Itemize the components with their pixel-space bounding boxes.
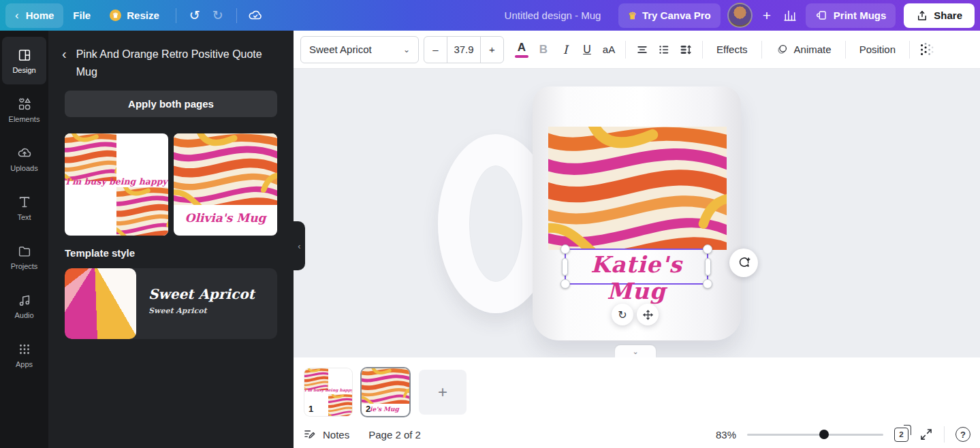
template-quote-text: I'm busy being happy xyxy=(65,176,168,187)
print-mugs-button[interactable]: Print Mugs xyxy=(806,3,896,28)
mug-name-text[interactable]: Katie's Mug xyxy=(566,251,707,304)
resize-handle-top-right[interactable] xyxy=(703,244,712,254)
text-color-button[interactable]: A xyxy=(511,36,533,63)
redo-icon[interactable]: ↻ xyxy=(206,4,230,27)
resize-handle-left[interactable] xyxy=(562,258,568,276)
notes-icon xyxy=(303,428,317,441)
bottom-area: I'm busy being happy 1 ie's Mug 2 + Note… xyxy=(294,357,980,448)
font-family-select[interactable]: Sweet Apricot ⌄ xyxy=(300,36,419,63)
page-thumbnail-2[interactable]: ie's Mug 2 xyxy=(362,368,409,416)
underline-button[interactable]: U xyxy=(576,36,598,63)
page-number: 2 xyxy=(366,404,370,414)
transparency-button[interactable] xyxy=(915,36,937,63)
divider xyxy=(702,41,703,59)
uploads-icon xyxy=(17,146,32,161)
divider xyxy=(944,426,945,443)
notes-button[interactable]: Notes xyxy=(303,428,349,441)
sidebar-label: Apps xyxy=(16,360,33,368)
font-size-increase-button[interactable]: + xyxy=(480,37,503,63)
wave-pattern xyxy=(116,187,168,236)
sidebar-item-audio[interactable]: Audio xyxy=(2,282,46,330)
pages-strip: I'm busy being happy 1 ie's Mug 2 + xyxy=(304,368,467,416)
home-button[interactable]: ‹ Home xyxy=(5,3,63,28)
chevron-down-icon: ⌄ xyxy=(403,45,410,54)
rotate-button[interactable]: ↻ xyxy=(612,304,633,325)
template-page1-thumbnail[interactable]: I'm busy being happy xyxy=(65,133,168,236)
design-canvas[interactable]: Katie's Mug ↻ ⌄ xyxy=(294,69,980,357)
resize-handle-right[interactable] xyxy=(705,258,711,276)
insights-chart-icon[interactable] xyxy=(778,4,802,27)
file-menu-button[interactable]: File xyxy=(63,3,100,28)
text-align-button[interactable] xyxy=(631,36,653,63)
undo-icon[interactable]: ↺ xyxy=(183,4,206,27)
divider xyxy=(625,41,626,59)
bold-button[interactable]: B xyxy=(533,36,554,63)
page2-caption: ie's Mug xyxy=(370,406,409,413)
avatar[interactable] xyxy=(727,3,753,28)
chevron-left-icon: ‹ xyxy=(15,9,19,22)
animate-button[interactable]: Animate xyxy=(768,36,840,63)
text-selection-box[interactable]: Katie's Mug xyxy=(565,249,708,285)
divider xyxy=(845,41,846,59)
effects-button[interactable]: Effects xyxy=(708,36,756,63)
template-page2-thumbnail[interactable]: Olivia's Mug xyxy=(174,133,277,236)
sidebar-item-apps[interactable]: Apps xyxy=(2,331,46,379)
sidebar-label: Elements xyxy=(9,115,40,123)
canva-editor-window: ‹ Home File ♛ Resize ↺ ↻ Untitled design… xyxy=(0,0,980,448)
style-card-sweet-apricot[interactable]: Sweet Apricot Sweet Apricot xyxy=(65,268,277,339)
text-case-button[interactable]: aA xyxy=(598,36,620,63)
mug-print-pattern[interactable] xyxy=(548,127,727,250)
resize-handle-top-left[interactable] xyxy=(560,244,570,254)
help-button[interactable]: ? xyxy=(955,427,970,442)
mug-icon xyxy=(815,9,828,22)
sidebar-item-projects[interactable]: Projects xyxy=(2,233,46,281)
text-toolbar: Sweet Apricot ⌄ – 37.9 + A B I U aA xyxy=(294,31,980,69)
add-page-button[interactable]: + xyxy=(419,370,467,415)
position-button[interactable]: Position xyxy=(851,36,904,63)
sidebar-item-uploads[interactable]: Uploads xyxy=(2,135,46,182)
add-comment-button[interactable] xyxy=(729,249,758,277)
share-button[interactable]: Share xyxy=(904,3,975,28)
italic-button[interactable]: I xyxy=(554,36,576,63)
apply-both-pages-button[interactable]: Apply both pages xyxy=(65,91,277,117)
line-spacing-button[interactable] xyxy=(675,36,697,63)
document-title[interactable]: Untitled design - Mug xyxy=(505,10,601,21)
template-title: Pink And Orange Retro Positive Quote Mug xyxy=(76,46,277,81)
wave-pattern xyxy=(65,133,116,182)
hide-pages-strip-handle[interactable]: ⌄ xyxy=(615,345,656,357)
add-member-button[interactable]: + xyxy=(755,4,778,27)
grid-view-button[interactable]: 2 xyxy=(894,428,908,442)
page-indicator[interactable]: Page 2 of 2 xyxy=(368,429,421,441)
divider xyxy=(176,8,176,23)
fullscreen-button[interactable] xyxy=(919,428,933,441)
home-label: Home xyxy=(26,10,54,21)
resize-handle-bottom-left[interactable] xyxy=(560,279,570,289)
zoom-slider-thumb[interactable] xyxy=(819,430,829,439)
cloud-saved-icon[interactable] xyxy=(244,4,267,27)
comment-plus-icon xyxy=(737,256,751,270)
resize-button[interactable]: ♛ Resize xyxy=(100,3,169,28)
move-button[interactable] xyxy=(637,304,659,325)
sidebar-item-design[interactable]: Design xyxy=(2,37,46,84)
color-a-label: A xyxy=(518,42,526,53)
page1-caption: I'm busy being happy xyxy=(304,387,352,392)
resize-handle-bottom-right[interactable] xyxy=(703,279,712,289)
try-canva-pro-button[interactable]: ♛ Try Canva Pro xyxy=(618,3,720,28)
animate-icon xyxy=(776,43,789,56)
page-number: 1 xyxy=(309,404,313,414)
expand-icon xyxy=(919,428,933,441)
share-label: Share xyxy=(934,10,962,21)
sidebar-item-text[interactable]: Text xyxy=(2,184,46,231)
panel-collapse-handle[interactable]: ‹ xyxy=(294,221,305,270)
transparency-icon xyxy=(919,42,934,57)
zoom-percentage[interactable]: 83% xyxy=(716,429,736,441)
bullet-list-button[interactable] xyxy=(653,36,675,63)
page-thumbnail-1[interactable]: I'm busy being happy 1 xyxy=(304,368,352,416)
divider xyxy=(236,8,237,23)
font-size-decrease-button[interactable]: – xyxy=(424,37,447,63)
back-icon[interactable]: ‹ xyxy=(62,46,67,62)
zoom-slider[interactable] xyxy=(747,430,883,439)
sidebar-item-elements[interactable]: Elements xyxy=(2,86,46,133)
font-size-value[interactable]: 37.9 xyxy=(447,37,480,63)
font-size-stepper: – 37.9 + xyxy=(424,36,504,63)
